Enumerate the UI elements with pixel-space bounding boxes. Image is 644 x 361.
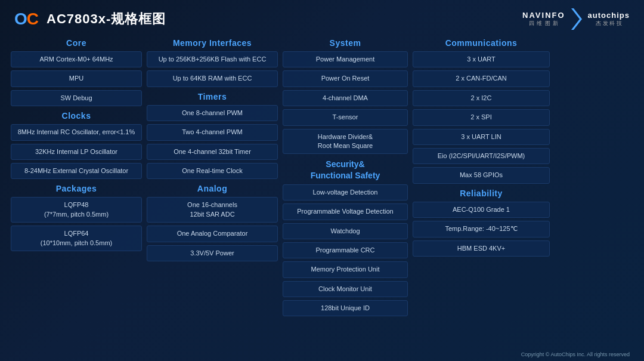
- analog-section: Analog One 16-channels12bit SAR ADC One …: [147, 184, 278, 261]
- svg-marker-0: [571, 8, 582, 30]
- analog-item-0: One 16-channels12bit SAR ADC: [147, 197, 278, 223]
- system-section: System Power Management Power On Reset 4…: [283, 38, 408, 154]
- timers-item-0: One 8-channel PWM: [147, 105, 278, 121]
- core-item-1: MPU: [11, 70, 142, 87]
- col-2: Memory Interfaces Up to 256KB+256KB Flas…: [147, 38, 278, 321]
- memory-item-0: Up to 256KB+256KB Flash with ECC: [147, 51, 278, 67]
- timers-section: Timers One 8-channel PWM Two 4-channel P…: [147, 92, 278, 180]
- reliability-title: Reliability: [413, 189, 550, 198]
- reliability-item-1: Temp.Range: -40~125℃: [413, 221, 550, 237]
- reliability-item-0: AEC-Q100 Grade 1: [413, 202, 550, 218]
- analog-item-2: 3.3V/5V Power: [147, 245, 278, 261]
- clocks-title: Clocks: [11, 111, 142, 121]
- communications-section: Communications 3 x UART 2 x CAN-FD/CAN 2…: [413, 38, 550, 184]
- comm-item-1: 2 x CAN-FD/CAN: [413, 70, 550, 87]
- header-right: NAVINFO 四 维 图 新 autochips 杰 发 科 技: [522, 8, 630, 30]
- security-section: Security&Functional Safety Low-voltage D…: [283, 159, 408, 316]
- footer-copyright: Copyright © AutoChips Inc. All rights re…: [521, 351, 630, 357]
- security-item-2: Watchdog: [283, 223, 408, 239]
- reliability-section: Reliability AEC-Q100 Grade 1 Temp.Range:…: [413, 189, 550, 257]
- analog-title: Analog: [147, 184, 278, 193]
- packages-title: Packages: [11, 184, 142, 193]
- col-1: Core ARM Cortex-M0+ 64MHz MPU SW Debug C…: [11, 38, 142, 321]
- security-item-3: Programmable CRC: [283, 242, 408, 258]
- security-item-5: Clock Monitor Unit: [283, 281, 408, 297]
- system-item-0: Power Management: [283, 51, 408, 67]
- core-item-2: SW Debug: [11, 90, 142, 106]
- clocks-item-1: 32KHz Internal LP Oscillator: [11, 144, 142, 160]
- system-item-1: Power On Reset: [283, 70, 408, 87]
- packages-section: Packages LQFP48(7*7mm, pitch 0.5mm) LQFP…: [11, 184, 142, 251]
- comm-item-5: Eio (I2C/SPI/UART/I2S/PWM): [413, 148, 550, 164]
- packages-item-0: LQFP48(7*7mm, pitch 0.5mm): [11, 197, 142, 223]
- page-title: AC7803x-规格框图: [47, 10, 166, 28]
- core-section: Core ARM Cortex-M0+ 64MHz MPU SW Debug: [11, 38, 142, 106]
- system-title: System: [283, 38, 408, 48]
- security-item-1: Programmable Voltage Detection: [283, 203, 408, 220]
- timers-title: Timers: [147, 92, 278, 101]
- clocks-section: Clocks 8MHz Internal RC Oscillator, erro…: [11, 111, 142, 179]
- security-item-0: Low-voltage Detection: [283, 184, 408, 200]
- security-title: Security&Functional Safety: [283, 159, 408, 180]
- memory-title: Memory Interfaces: [147, 38, 278, 48]
- autochips-sub: 杰 发 科 技: [596, 20, 622, 27]
- header: OC AC7803x-规格框图 NAVINFO 四 维 图 新 autochip…: [0, 0, 644, 36]
- col-3: System Power Management Power On Reset 4…: [283, 38, 408, 321]
- timers-item-1: Two 4-channel PWM: [147, 124, 278, 140]
- comm-item-3: 2 x SPI: [413, 109, 550, 125]
- system-item-2: 4-channel DMA: [283, 90, 408, 106]
- col-4: Communications 3 x UART 2 x CAN-FD/CAN 2…: [413, 38, 550, 321]
- clocks-item-2: 8-24MHz External Crystal Oscillator: [11, 163, 142, 179]
- reliability-item-2: HBM ESD 4KV+: [413, 240, 550, 257]
- memory-section: Memory Interfaces Up to 256KB+256KB Flas…: [147, 38, 278, 87]
- navinfo-logo: NAVINFO 四 维 图 新: [522, 11, 565, 27]
- header-left: OC AC7803x-规格框图: [14, 10, 166, 29]
- core-item-0: ARM Cortex-M0+ 64MHz: [11, 51, 142, 67]
- oc-logo: OC: [14, 10, 38, 29]
- core-title: Core: [11, 38, 142, 48]
- autochips-logo: autochips 杰 发 科 技: [588, 11, 630, 27]
- security-item-4: Memory Protection Unit: [283, 261, 408, 277]
- timers-item-2: One 4-channel 32bit Timer: [147, 144, 278, 160]
- autochips-name: autochips: [588, 11, 630, 20]
- comm-item-6: Max 58 GPIOs: [413, 167, 550, 183]
- packages-item-1: LQFP64(10*10mm, pitch 0.5mm): [11, 226, 142, 251]
- memory-item-1: Up to 64KB RAM with ECC: [147, 70, 278, 87]
- arrow-divider-icon: [571, 8, 582, 30]
- main-grid: Core ARM Cortex-M0+ 64MHz MPU SW Debug C…: [0, 38, 644, 321]
- clocks-item-0: 8MHz Internal RC Oscillator, error<1.1%: [11, 124, 142, 140]
- security-item-6: 128bit Unique ID: [283, 300, 408, 316]
- analog-item-1: One Analog Comparator: [147, 226, 278, 242]
- comm-item-0: 3 x UART: [413, 51, 550, 67]
- comm-item-4: 3 x UART LIN: [413, 129, 550, 145]
- comm-item-2: 2 x I2C: [413, 90, 550, 106]
- navinfo-name: NAVINFO: [522, 11, 565, 20]
- timers-item-3: One Real-time Clock: [147, 163, 278, 179]
- system-item-3: T-sensor: [283, 109, 408, 125]
- communications-title: Communications: [413, 38, 550, 48]
- navinfo-sub: 四 维 图 新: [529, 20, 559, 27]
- system-item-4: Hardware Divider&Root Mean Square: [283, 129, 408, 155]
